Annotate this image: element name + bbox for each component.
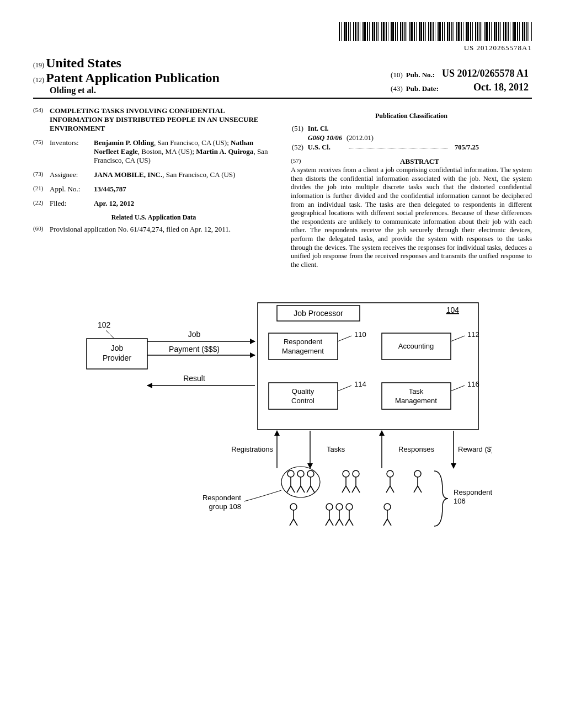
svg-line-59: [387, 519, 391, 526]
svg-line-30: [352, 486, 356, 493]
code-51: (51): [292, 125, 307, 133]
reward-label: Reward ($): [458, 445, 492, 453]
respondents-brace: [434, 471, 448, 526]
svg-line-43: [294, 519, 297, 526]
author-line: Olding et al.: [33, 85, 220, 95]
field-54: (54) COMPLETING TASKS INVOLVING CONFIDEN…: [33, 106, 274, 133]
svg-point-52: [346, 504, 353, 510]
intcl-date: (2012.01): [347, 134, 454, 142]
respondent-mgmt-l2: Management: [282, 347, 324, 355]
header-right: (10) Pub. No.: US 2012/0265578 A1 (43) P…: [390, 67, 532, 95]
svg-line-34: [386, 486, 390, 493]
filed-label: Filed:: [50, 199, 94, 208]
svg-line-54: [345, 519, 349, 526]
respondents-l2: 106: [454, 497, 466, 505]
taskmgmt-l1: Task: [409, 387, 424, 395]
header-left: (19) United States (12) Patent Applicati…: [33, 56, 220, 95]
code-22: (22): [33, 199, 50, 208]
svg-point-12: [287, 470, 294, 477]
biblio-columns: (54) COMPLETING TASKS INVOLVING CONFIDEN…: [33, 106, 532, 270]
right-column: Publication Classification (51) Int. Cl.…: [291, 106, 532, 270]
left-column: (54) COMPLETING TASKS INVOLVING CONFIDEN…: [33, 106, 274, 270]
svg-line-55: [349, 519, 353, 526]
uscl-value: 705/7.25: [455, 143, 479, 151]
filed-value: Apr. 12, 2012: [94, 199, 134, 207]
svg-line-58: [383, 519, 387, 526]
job-processor-label: Job Processor: [294, 309, 343, 318]
svg-line-23: [311, 486, 315, 493]
svg-line-42: [290, 519, 294, 526]
svg-line-14: [287, 486, 291, 493]
svg-point-48: [336, 504, 343, 510]
ref-110: 110: [354, 330, 366, 339]
field-75: (75) Inventors: Benjamin P. Olding, San …: [33, 138, 274, 165]
svg-line-19: [301, 486, 305, 493]
arrow-payment-label: Payment ($$$): [169, 345, 220, 354]
diagram-svg: .box{fill:#fff;stroke:#000;stroke-width:…: [73, 286, 492, 540]
ref-116: 116: [467, 380, 479, 388]
related-app-heading: Related U.S. Application Data: [33, 213, 274, 222]
respondent-group-l1: Respondent: [202, 494, 241, 502]
accounting-label: Accounting: [398, 342, 434, 350]
svg-line-22: [307, 486, 311, 493]
applno-label: Appl. No.:: [50, 185, 94, 194]
code-21: (21): [33, 185, 50, 194]
field-73: (73) Assignee: JANA MOBILE, INC., San Fr…: [33, 170, 274, 179]
svg-line-50: [335, 519, 339, 526]
pub-class-heading: Publication Classification: [291, 112, 532, 120]
inventors-value: Benjamin P. Olding, San Francisco, CA (U…: [94, 138, 274, 165]
barcode-graphic: [339, 22, 532, 41]
invention-title: COMPLETING TASKS INVOLVING CONFIDENTIAL …: [50, 106, 274, 133]
svg-line-18: [297, 486, 301, 493]
code-19: (19): [33, 61, 44, 69]
svg-line-38: [414, 486, 418, 493]
pubdate-label: Pub. Date:: [406, 84, 439, 93]
ref-104: 104: [446, 306, 460, 314]
job-provider-label2: Provider: [103, 354, 131, 362]
svg-point-28: [353, 470, 359, 477]
code-73: (73): [33, 170, 50, 179]
respondent-group-l2: group 108: [209, 502, 241, 511]
ref-114: 114: [354, 380, 366, 388]
job-provider-label1: Job: [111, 344, 124, 352]
arrow-result-label: Result: [183, 374, 205, 383]
publication-type: Patent Application Publication: [46, 71, 220, 85]
ref-112: 112: [467, 330, 479, 339]
pubno-value: US 2012/0265578 A1: [442, 68, 531, 81]
svg-line-51: [339, 519, 343, 526]
barcode-block: US 20120265578A1: [33, 22, 532, 52]
responses-label: Responses: [398, 445, 435, 453]
provisional-value: Provisional application No. 61/474,274, …: [50, 225, 274, 234]
svg-line-0: [106, 330, 114, 339]
code-52: (52): [292, 143, 307, 152]
svg-point-20: [307, 470, 314, 477]
svg-line-15: [291, 486, 295, 493]
svg-point-40: [290, 504, 297, 510]
svg-line-46: [326, 519, 329, 526]
svg-line-35: [390, 486, 394, 493]
pubno-label: Pub. No.:: [406, 71, 435, 79]
code-57: (57): [291, 157, 307, 166]
document-header: (19) United States (12) Patent Applicati…: [33, 56, 532, 99]
intcl-class: G06Q 10/06: [308, 134, 342, 142]
group-leader-line: [244, 490, 281, 501]
svg-line-47: [329, 519, 333, 526]
svg-point-36: [414, 470, 421, 477]
uscl-label: U.S. Cl.: [308, 143, 331, 151]
country: United States: [46, 56, 121, 70]
svg-line-39: [418, 486, 422, 493]
barcode-text: US 20120265578A1: [33, 44, 532, 52]
applno-value: 13/445,787: [94, 185, 126, 193]
respondent-mgmt-l1: Respondent: [284, 338, 322, 346]
ref-102: 102: [98, 320, 111, 329]
classification-table: (51) Int. Cl. G06Q 10/06 (2012.01) (52) …: [291, 124, 483, 153]
inventors-label: Inventors:: [50, 138, 94, 165]
respondents-l1: Respondents: [454, 488, 492, 496]
svg-line-27: [346, 486, 350, 493]
code-12: (12): [33, 76, 44, 84]
job-processor-box: [258, 303, 478, 430]
code-10: (10): [391, 68, 405, 81]
svg-line-26: [342, 486, 346, 493]
svg-point-32: [387, 470, 393, 477]
dotfill: [349, 148, 448, 148]
